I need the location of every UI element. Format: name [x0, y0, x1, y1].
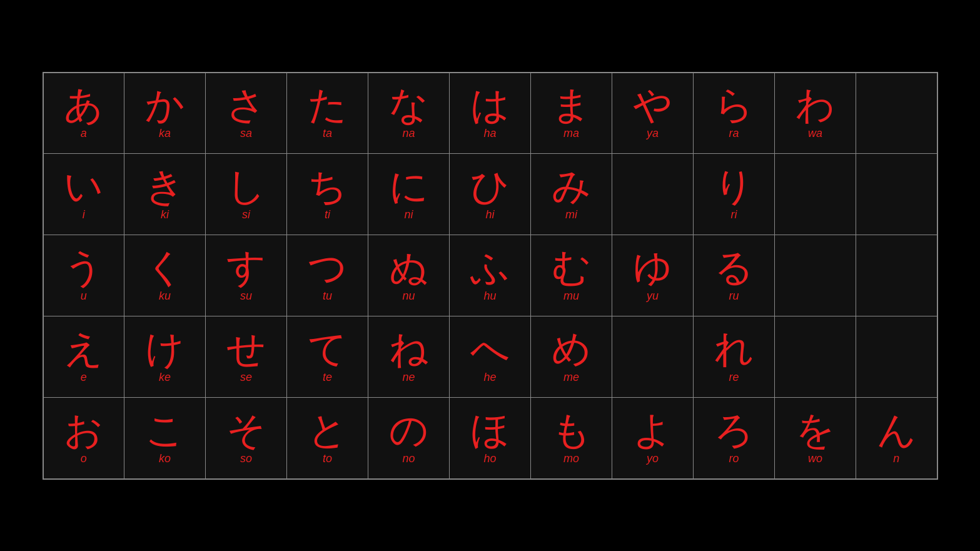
table-cell: てte — [287, 316, 368, 398]
romaji-label: no — [402, 452, 415, 465]
kana-character: く — [145, 248, 184, 287]
kana-character: め — [552, 330, 591, 368]
table-cell — [856, 154, 937, 235]
table-cell: にni — [368, 154, 450, 235]
table-cell: もmo — [531, 398, 612, 479]
table-cell: るru — [694, 235, 775, 316]
table-cell: ゆyu — [612, 235, 694, 316]
romaji-label: ke — [159, 371, 171, 384]
table-cell: りri — [694, 154, 775, 235]
kana-character: ら — [714, 86, 754, 124]
table-cell: んn — [856, 398, 937, 479]
romaji-label: ro — [729, 452, 739, 465]
kana-character: ほ — [470, 411, 510, 450]
romaji-label: ki — [161, 208, 169, 221]
romaji-label: ku — [159, 290, 171, 303]
romaji-label: mo — [563, 452, 579, 465]
kana-character: ん — [877, 411, 916, 450]
table-cell: ふhu — [450, 235, 531, 316]
kana-character: す — [226, 248, 266, 287]
kana-character: れ — [714, 330, 754, 368]
table-cell: めme — [531, 316, 612, 398]
romaji-label: ka — [159, 127, 171, 140]
kana-character: た — [308, 86, 347, 124]
romaji-label: ni — [404, 208, 413, 221]
kana-character: は — [470, 86, 510, 124]
hiragana-table: あaかkaさsaたtaなnaはhaまmaやyaらraわwaいiきkiしsiちti… — [43, 72, 938, 480]
kana-character: せ — [226, 330, 266, 368]
romaji-label: se — [240, 371, 252, 384]
romaji-label: to — [323, 452, 332, 465]
table-cell: れre — [694, 316, 775, 398]
romaji-label: tu — [323, 290, 332, 303]
kana-character: か — [145, 86, 184, 124]
table-cell: ひhi — [450, 154, 531, 235]
romaji-label: mu — [563, 290, 579, 303]
kana-character: の — [389, 411, 428, 450]
table-cell: らra — [694, 73, 775, 154]
romaji-label: yu — [647, 290, 659, 303]
table-cell: みmi — [531, 154, 612, 235]
kana-character: を — [796, 411, 835, 450]
table-cell: たta — [287, 73, 368, 154]
table-cell: きki — [124, 154, 206, 235]
kana-character: ろ — [714, 411, 754, 450]
kana-character: も — [552, 411, 591, 450]
kana-character: し — [226, 167, 266, 206]
table-cell: こko — [124, 398, 206, 479]
table-cell: やya — [612, 73, 694, 154]
table-cell: つtu — [287, 235, 368, 316]
romaji-label: nu — [402, 290, 415, 303]
kana-character: て — [308, 330, 347, 368]
romaji-label: o — [81, 452, 87, 465]
kana-character: ぬ — [389, 248, 428, 287]
romaji-label: ta — [323, 127, 332, 140]
table-cell — [856, 235, 937, 316]
table-cell: むmu — [531, 235, 612, 316]
table-cell: まma — [531, 73, 612, 154]
kana-character: と — [308, 411, 347, 450]
kana-character: む — [552, 248, 591, 287]
table-cell: しsi — [206, 154, 287, 235]
kana-character: ね — [389, 330, 428, 368]
table-cell — [775, 154, 856, 235]
kana-character: ま — [552, 86, 591, 124]
romaji-label: i — [83, 208, 85, 221]
table-cell: かka — [124, 73, 206, 154]
romaji-label: he — [483, 371, 496, 384]
table-cell: へhe — [450, 316, 531, 398]
table-cell — [856, 73, 937, 154]
romaji-label: hu — [483, 290, 496, 303]
kana-character: に — [389, 167, 428, 206]
kana-character: る — [714, 248, 754, 287]
romaji-label: ne — [402, 371, 415, 384]
kana-character: お — [64, 411, 103, 450]
kana-character: わ — [796, 86, 835, 124]
table-cell: けke — [124, 316, 206, 398]
table-cell: ちti — [287, 154, 368, 235]
table-cell: そso — [206, 398, 287, 479]
table-cell: いi — [43, 154, 124, 235]
table-cell — [775, 235, 856, 316]
table-cell: をwo — [775, 398, 856, 479]
table-cell: とto — [287, 398, 368, 479]
kana-character: き — [145, 167, 184, 206]
table-cell: せse — [206, 316, 287, 398]
table-cell: よyo — [612, 398, 694, 479]
kana-character: さ — [226, 86, 266, 124]
kana-character: へ — [470, 330, 510, 368]
table-cell: くku — [124, 235, 206, 316]
kana-character: け — [145, 330, 184, 368]
romaji-label: a — [81, 127, 87, 140]
romaji-label: mi — [565, 208, 577, 221]
romaji-label: ma — [563, 127, 579, 140]
kana-character: ち — [308, 167, 347, 206]
table-cell: わwa — [775, 73, 856, 154]
romaji-label: ri — [731, 208, 737, 221]
romaji-label: ti — [325, 208, 330, 221]
table-cell — [612, 316, 694, 398]
romaji-label: ha — [483, 127, 496, 140]
romaji-label: e — [81, 371, 87, 384]
romaji-label: wo — [808, 452, 822, 465]
romaji-label: hi — [485, 208, 494, 221]
